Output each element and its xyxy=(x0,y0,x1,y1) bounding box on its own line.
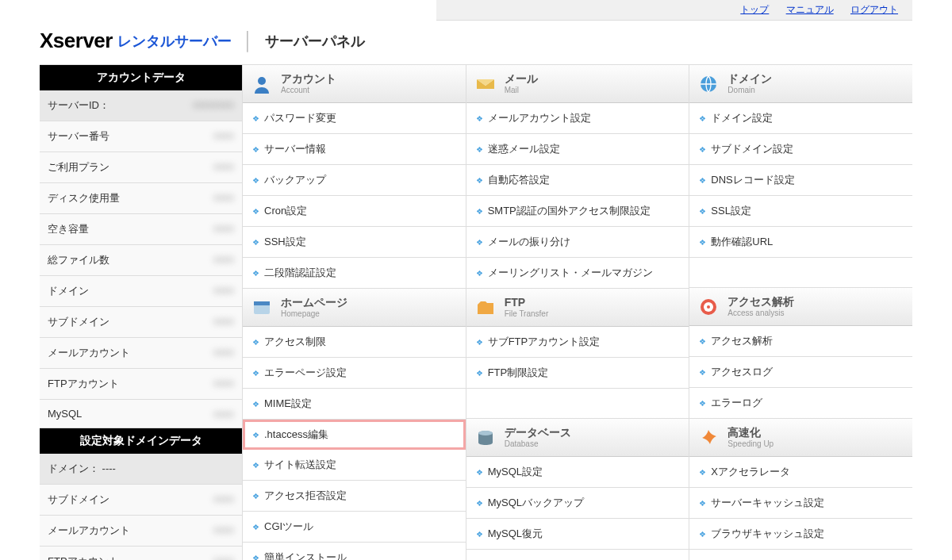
logo-subtitle: レンタルサーバー xyxy=(117,32,232,51)
menu-item[interactable]: エラーページ設定 xyxy=(243,358,466,389)
menu-item[interactable]: ブラウザキャッシュ設定 xyxy=(689,519,912,550)
menu-item[interactable]: Xアクセラレータ xyxy=(689,457,912,488)
sidebar-row: ご利用プランxxxx xyxy=(40,152,242,183)
top-link-logout[interactable]: ログアウト xyxy=(850,4,898,15)
sidebar-row: FTPアカウントxxxx xyxy=(40,547,242,560)
bullet-icon xyxy=(699,498,704,508)
menu-item[interactable]: メールアカウント設定 xyxy=(466,103,689,134)
menu-item[interactable]: アクセス制限 xyxy=(243,327,466,358)
homepage-icon xyxy=(251,297,273,319)
menu-item[interactable]: アクセスログ xyxy=(689,357,912,388)
menu-item[interactable]: サブFTPアカウント設定 xyxy=(466,327,689,358)
category-header-account: アカウントAccount xyxy=(243,65,466,103)
top-link-manual[interactable]: マニュアル xyxy=(786,4,834,15)
menu-item[interactable]: サブドメイン設定 xyxy=(689,134,912,165)
sidebar-header-account: アカウントデータ xyxy=(40,65,242,90)
menu-item[interactable]: CGIツール xyxy=(243,512,466,543)
bullet-icon xyxy=(699,467,704,477)
bullet-icon xyxy=(252,399,258,408)
menu-item[interactable]: Cron設定 xyxy=(243,196,466,227)
category-header-ftp: FTPFile Transfer xyxy=(466,289,689,327)
menu-item[interactable]: 二段階認証設定 xyxy=(243,258,466,289)
menu-item[interactable]: FTP制限設定 xyxy=(466,358,689,389)
bullet-icon xyxy=(252,522,258,531)
top-link-top[interactable]: トップ xyxy=(740,4,769,15)
menu-item[interactable]: アクセス拒否設定 xyxy=(243,481,466,512)
menu-item[interactable]: メーリングリスト・メールマガジン xyxy=(466,258,689,289)
page-title: サーバーパネル xyxy=(265,32,365,51)
category-header-homepage: ホームページHomepage xyxy=(243,289,466,327)
domain-icon xyxy=(697,73,720,95)
menu-item[interactable]: メールの振り分け xyxy=(466,227,689,258)
bullet-icon xyxy=(476,268,482,278)
bullet-icon xyxy=(252,175,258,185)
category-header-speedup: 高速化Speeding Up xyxy=(689,419,912,457)
menu-item[interactable]: サーバー情報 xyxy=(243,134,466,165)
bullet-icon xyxy=(699,398,704,408)
bullet-icon xyxy=(699,367,704,377)
svg-point-0 xyxy=(258,77,266,85)
content: アカウントAccount パスワード変更サーバー情報バックアップCron設定SS… xyxy=(242,65,912,560)
bullet-icon xyxy=(476,144,482,154)
menu-item[interactable]: 自動応答設定 xyxy=(466,165,689,196)
menu-item[interactable]: SSL設定 xyxy=(689,196,912,227)
sidebar: アカウントデータ サーバーID：xxxxxxxx サーバー番号xxxxご利用プラ… xyxy=(40,65,242,560)
bullet-icon xyxy=(252,268,258,278)
sidebar-row: ドメインxxxx xyxy=(40,276,242,307)
sidebar-domain-row: ドメイン： ---- xyxy=(40,454,242,485)
menu-item[interactable]: DNSレコード設定 xyxy=(689,165,912,196)
database-icon xyxy=(474,427,497,449)
bullet-icon xyxy=(252,144,258,154)
menu-item[interactable]: サーバーキャッシュ設定 xyxy=(689,488,912,519)
sidebar-server-id: サーバーID：xxxxxxxx xyxy=(40,90,242,121)
menu-item[interactable]: phpmyadmin(MariaDB10.5) xyxy=(466,550,689,560)
svg-point-4 xyxy=(478,431,493,435)
sidebar-row: MySQLxxxx xyxy=(40,400,242,428)
menu-item[interactable]: 迷惑メール設定 xyxy=(466,134,689,165)
sidebar-row: メールアカウントxxxx xyxy=(40,516,242,547)
svg-point-8 xyxy=(707,305,710,309)
bullet-icon xyxy=(476,368,482,378)
menu-item[interactable]: バックアップ xyxy=(243,165,466,196)
menu-item[interactable]: SMTP認証の国外アクセス制限設定 xyxy=(466,196,689,227)
bullet-icon xyxy=(699,237,704,247)
menu-item[interactable]: MIME設定 xyxy=(243,389,466,420)
bullet-icon xyxy=(699,529,704,539)
menu-item[interactable]: パスワード変更 xyxy=(243,103,466,134)
menu-item[interactable]: 動作確認URL xyxy=(689,227,912,258)
menu-item[interactable]: アクセス解析 xyxy=(689,326,912,357)
bullet-icon xyxy=(476,498,482,508)
sidebar-row: サブドメインxxxx xyxy=(40,485,242,516)
mail-icon xyxy=(474,73,497,95)
sidebar-row: ディスク使用量xxxx xyxy=(40,183,242,214)
menu-item[interactable]: SSH設定 xyxy=(243,227,466,258)
bullet-icon xyxy=(476,237,482,247)
category-header-domain: ドメインDomain xyxy=(689,65,912,103)
sidebar-row: サブドメインxxxx xyxy=(40,307,242,338)
header: Xserver レンタルサーバー │ サーバーパネル xyxy=(40,21,912,65)
menu-item[interactable]: MySQL設定 xyxy=(466,457,689,488)
sidebar-row: FTPアカウントxxxx xyxy=(40,369,242,400)
sidebar-row: サーバー番号xxxx xyxy=(40,121,242,152)
bullet-icon xyxy=(476,175,482,185)
menu-item[interactable]: サイト転送設定 xyxy=(243,450,466,481)
logo: Xserver xyxy=(40,29,113,53)
bullet-icon xyxy=(476,113,482,123)
bullet-icon xyxy=(476,337,482,347)
access-icon xyxy=(697,296,720,318)
bullet-icon xyxy=(252,460,258,470)
category-header-access: アクセス解析Access analysis xyxy=(689,288,912,326)
bullet-icon xyxy=(252,337,258,347)
menu-item[interactable]: MySQL復元 xyxy=(466,519,689,550)
menu-item[interactable]: .htaccess編集 xyxy=(243,420,466,450)
sidebar-row: メールアカウントxxxx xyxy=(40,338,242,369)
menu-item[interactable]: MySQLバックアップ xyxy=(466,488,689,519)
sidebar-row: 空き容量xxxx xyxy=(40,214,242,245)
sidebar-row: 総ファイル数xxxx xyxy=(40,245,242,276)
menu-item[interactable]: エラーログ xyxy=(689,388,912,419)
menu-item[interactable]: 簡単インストール xyxy=(243,543,466,560)
bullet-icon xyxy=(476,206,482,216)
bullet-icon xyxy=(252,206,258,216)
menu-item[interactable]: ドメイン設定 xyxy=(689,103,912,134)
bullet-icon xyxy=(476,467,482,477)
